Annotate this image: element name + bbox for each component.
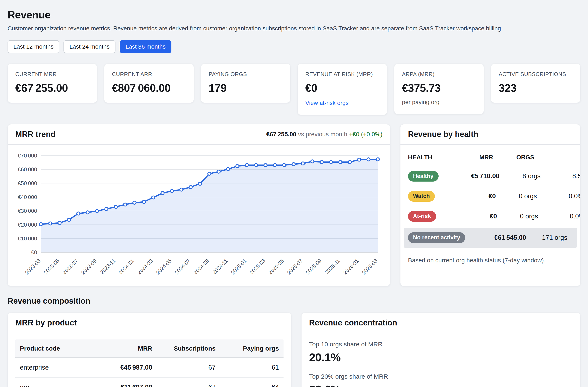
svg-text:€20 000: €20 000 bbox=[18, 222, 37, 228]
health-mrr: €5 710.00 bbox=[446, 172, 500, 180]
range-button-last-12-months[interactable]: Last 12 months bbox=[8, 40, 59, 53]
stat-card-value: €0 bbox=[305, 82, 379, 94]
revenue-by-health-title: Revenue by health bbox=[408, 130, 478, 139]
health-column-header: MRR bbox=[440, 154, 493, 161]
stat-cards-row: CURRENT MRR €67 255.00 CURRENT ARR €807 … bbox=[8, 64, 580, 115]
health-footnote: Based on current org health status (7-da… bbox=[408, 257, 573, 264]
stat-card-label: REVENUE AT RISK (MRR) bbox=[305, 71, 379, 78]
time-range-selector: Last 12 months Last 24 months Last 36 mo… bbox=[8, 40, 580, 53]
range-button-last-36-months[interactable]: Last 36 months bbox=[120, 40, 171, 53]
health-row-no-recent-activity: No recent activity €61 545.00 171 orgs 9… bbox=[404, 228, 577, 248]
revenue-concentration-panel: Revenue concentration Top 10 orgs share … bbox=[301, 313, 580, 387]
top-20pct-orgs-metric: Top 20% orgs share of MRR 53.6% bbox=[309, 373, 573, 387]
stat-card-active-subscriptions: ACTIVE SUBSCRIPTIONS 323 bbox=[491, 64, 580, 103]
health-table: HEALTH MRR ORGS SHARE Healthy €5 710.00 … bbox=[400, 145, 580, 278]
health-badge-at-risk: At-risk bbox=[408, 211, 436, 222]
svg-text:2024-01: 2024-01 bbox=[118, 258, 135, 275]
product-code: enterprise bbox=[20, 364, 89, 371]
health-column-header: SHARE bbox=[542, 154, 580, 161]
health-orgs: 0 orgs bbox=[504, 213, 538, 220]
mrr-trend-header: MRR trend €67 255.00 vs previous month +… bbox=[8, 124, 390, 145]
stat-card-paying-orgs: PAYING ORGS 179 bbox=[201, 64, 291, 103]
svg-text:€10 000: €10 000 bbox=[18, 235, 37, 242]
mrr-by-product-title: MRR by product bbox=[15, 318, 77, 327]
stat-card-revenue-at-risk: REVENUE AT RISK (MRR) €0 View at-risk or… bbox=[297, 64, 387, 115]
health-share: 8.5% of MRR bbox=[548, 172, 580, 180]
product-column-header: Product code bbox=[20, 345, 89, 352]
health-mrr: €0 bbox=[442, 192, 496, 200]
mrr-comparison-label: vs previous month bbox=[296, 131, 349, 138]
product-column-header: Subscriptions bbox=[158, 345, 215, 352]
health-share: 0.0% of MRR bbox=[545, 192, 580, 200]
svg-text:2026-01: 2026-01 bbox=[342, 258, 360, 275]
metric-label: Top 20% orgs share of MRR bbox=[309, 373, 573, 380]
page-description: Customer organization revenue metrics. R… bbox=[8, 25, 580, 32]
revenue-page: Revenue Customer organization revenue me… bbox=[0, 0, 588, 387]
svg-text:2023-11: 2023-11 bbox=[99, 258, 116, 275]
stat-card-label: ARPA (MRR) bbox=[402, 71, 476, 78]
product-paying-orgs: 64 bbox=[222, 384, 279, 387]
health-share: 0.0% of MRR bbox=[546, 213, 580, 220]
svg-text:2024-05: 2024-05 bbox=[155, 258, 173, 275]
product-column-header: Paying orgs bbox=[222, 345, 279, 352]
svg-text:2025-07: 2025-07 bbox=[286, 258, 304, 275]
top-10-orgs-metric: Top 10 orgs share of MRR 20.1% bbox=[309, 341, 573, 364]
health-orgs: 0 orgs bbox=[503, 192, 537, 200]
health-table-header: HEALTH MRR ORGS SHARE bbox=[408, 152, 573, 166]
stat-card-value: 179 bbox=[209, 82, 283, 94]
svg-text:2025-03: 2025-03 bbox=[249, 258, 266, 275]
mrr-trend-panel: MRR trend €67 255.00 vs previous month +… bbox=[8, 124, 390, 286]
health-badge-no-recent-activity: No recent activity bbox=[408, 232, 465, 243]
svg-text:2023-03: 2023-03 bbox=[24, 258, 42, 275]
stat-card-value: 323 bbox=[499, 82, 573, 94]
product-table: Product code MRR Subscriptions Paying or… bbox=[15, 340, 284, 387]
svg-text:2023-07: 2023-07 bbox=[62, 258, 79, 275]
stat-card-current-mrr: CURRENT MRR €67 255.00 bbox=[8, 64, 97, 103]
stat-card-value: €67 255.00 bbox=[15, 82, 89, 94]
stat-card-label: PAYING ORGS bbox=[209, 71, 283, 78]
revenue-by-health-panel: Revenue by health HEALTH MRR ORGS SHARE … bbox=[400, 124, 580, 286]
svg-text:2023-09: 2023-09 bbox=[80, 258, 98, 275]
product-subscriptions: 67 bbox=[158, 364, 215, 371]
revenue-by-health-header: Revenue by health bbox=[400, 124, 580, 145]
svg-text:2025-05: 2025-05 bbox=[267, 258, 285, 275]
product-mrr: €11 697.00 bbox=[95, 384, 152, 387]
svg-text:€70 000: €70 000 bbox=[18, 152, 37, 159]
mrr-current-value: €67 255.00 bbox=[266, 131, 296, 138]
stat-card-arpa: ARPA (MRR) €375.73 per paying org bbox=[394, 64, 484, 114]
svg-text:€40 000: €40 000 bbox=[18, 194, 37, 200]
svg-text:2023-05: 2023-05 bbox=[42, 258, 60, 275]
health-row-healthy: Healthy €5 710.00 8 orgs 8.5% of MRR bbox=[408, 166, 573, 186]
view-at-risk-orgs-link[interactable]: View at-risk orgs bbox=[305, 100, 349, 106]
health-badge-watch: Watch bbox=[408, 191, 435, 202]
revenue-composition-heading: Revenue composition bbox=[8, 297, 580, 306]
health-orgs: 171 orgs bbox=[534, 234, 567, 242]
stat-card-label: CURRENT MRR bbox=[15, 71, 89, 78]
svg-text:2025-01: 2025-01 bbox=[230, 258, 248, 275]
mrr-trend-title: MRR trend bbox=[15, 130, 56, 139]
health-orgs: 8 orgs bbox=[507, 172, 541, 180]
health-row-at-risk: At-risk €0 0 orgs 0.0% of MRR bbox=[408, 206, 573, 226]
stat-card-value: €807 060.00 bbox=[112, 82, 186, 94]
product-paying-orgs: 61 bbox=[222, 364, 279, 371]
svg-text:€50 000: €50 000 bbox=[18, 180, 37, 186]
product-table-header: Product code MRR Subscriptions Paying or… bbox=[15, 340, 284, 358]
svg-text:€60 000: €60 000 bbox=[18, 166, 37, 173]
mrr-delta: +€0 (+0.0%) bbox=[349, 131, 382, 138]
health-mrr: €0 bbox=[444, 213, 497, 220]
svg-text:€30 000: €30 000 bbox=[18, 208, 37, 214]
revenue-concentration-body: Top 10 orgs share of MRR 20.1% Top 20% o… bbox=[302, 333, 580, 387]
range-button-last-24-months[interactable]: Last 24 months bbox=[63, 40, 115, 53]
product-code: pro bbox=[20, 384, 89, 387]
mrr-trend-summary: €67 255.00 vs previous month +€0 (+0.0%) bbox=[266, 131, 382, 138]
stat-card-current-arr: CURRENT ARR €807 060.00 bbox=[104, 64, 194, 103]
product-subscriptions: 67 bbox=[158, 384, 215, 387]
stat-card-subtitle: per paying org bbox=[402, 99, 476, 105]
mrr-trend-chart[interactable]: €0€10 000€20 000€30 000€40 000€50 000€60… bbox=[8, 145, 390, 286]
stat-card-value: €375.73 bbox=[402, 82, 476, 94]
svg-text:2024-09: 2024-09 bbox=[192, 258, 210, 275]
product-mrr: €45 987.00 bbox=[95, 364, 152, 371]
metric-label: Top 10 orgs share of MRR bbox=[309, 341, 573, 348]
page-title: Revenue bbox=[8, 9, 580, 21]
health-row-watch: Watch €0 0 orgs 0.0% of MRR bbox=[408, 186, 573, 206]
